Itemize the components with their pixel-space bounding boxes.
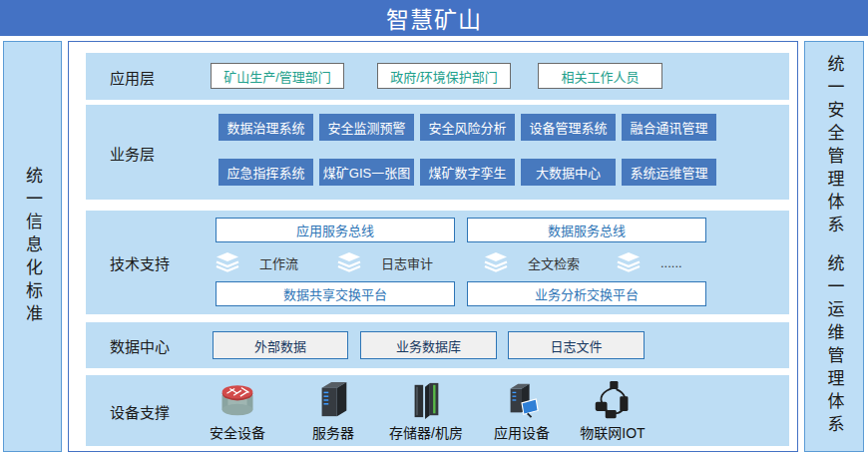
external-data-box: 外部数据 <box>213 331 348 359</box>
firewall-icon <box>215 379 260 421</box>
layers-icon <box>484 252 508 272</box>
middleware-label: 工作流 <box>259 253 298 272</box>
biz-gis-map: 煤矿GIS一张图 <box>319 159 414 186</box>
business-layer-band: 业务层 数据治理系统 安全监测预警 安全风险分析 设备管理系统 融合通讯管理 应… <box>86 105 789 200</box>
middleware-workflow: 工作流 <box>216 250 298 274</box>
log-files-box: 日志文件 <box>508 331 645 359</box>
device-label: 安全设备 <box>210 422 265 442</box>
middleware-log-audit: 日志审计 <box>337 250 433 274</box>
biz-data-governance: 数据治理系统 <box>218 114 313 141</box>
application-layer-band: 应用层 矿山生产/管理部门 政府/环境保护部门 相关工作人员 <box>86 53 789 100</box>
data-service-bus: 数据服务总线 <box>467 218 706 242</box>
app-service-bus: 应用服务总线 <box>216 218 455 242</box>
device-iot: 物联网IOT <box>563 379 662 442</box>
biz-digital-twin: 煤矿数字孪生 <box>420 159 515 186</box>
middleware-label: 日志审计 <box>381 253 433 272</box>
server-icon <box>314 379 352 421</box>
storage-rack-icon <box>407 379 445 421</box>
unified-systems-bar: 统一安全管理体系 统一运维管理体系 <box>804 41 864 452</box>
data-sharing-platform: 数据共享交换平台 <box>216 281 455 306</box>
biz-emergency-command: 应急指挥系统 <box>218 159 313 186</box>
layers-icon <box>216 252 239 272</box>
smart-mine-architecture-diagram: 智慧矿山 统一信息化标准 统一安全管理体系 统一运维管理体系 应用层 矿山生产/… <box>0 0 868 456</box>
page-title: 智慧矿山 <box>0 0 868 36</box>
unified-info-standard-bar: 统一信息化标准 <box>3 41 62 452</box>
device-security: 安全设备 <box>188 379 287 442</box>
unified-ops-system-label: 统一运维管理体系 <box>826 254 843 438</box>
device-label: 存储器/机房 <box>389 422 463 442</box>
middleware-label: ...... <box>660 255 682 270</box>
app-box-government: 政府/环境保护部门 <box>377 63 511 89</box>
layers-icon <box>337 252 361 272</box>
business-analysis-platform: 业务分析交换平台 <box>467 281 706 306</box>
app-box-mine-production: 矿山生产/管理部门 <box>211 63 344 89</box>
biz-comm-mgmt: 融合通讯管理 <box>622 114 716 141</box>
unified-security-system-label: 统一安全管理体系 <box>826 55 843 238</box>
unified-info-standard-label: 统一信息化标准 <box>24 167 41 327</box>
application-device-icon <box>503 379 541 421</box>
biz-safety-monitoring: 安全监测预警 <box>319 114 414 141</box>
business-database-box: 业务数据库 <box>360 331 497 359</box>
main-panel: 应用层 矿山生产/管理部门 政府/环境保护部门 相关工作人员 业务层 数据治理系… <box>68 41 798 452</box>
middleware-label: 全文检索 <box>528 253 580 272</box>
layers-icon <box>617 252 641 272</box>
middleware-fulltext-search: 全文检索 <box>484 250 580 274</box>
device-label: 服务器 <box>312 422 354 442</box>
data-center-band: 数据中心 外部数据 业务数据库 日志文件 <box>86 322 789 368</box>
business-layer-label: 业务层 <box>110 142 155 163</box>
biz-system-ops: 系统运维管理 <box>622 159 716 186</box>
application-layer-label: 应用层 <box>110 66 155 87</box>
device-support-label: 设备支撑 <box>110 400 170 421</box>
device-label: 物联网IOT <box>580 422 645 442</box>
device-storage: 存储器/机房 <box>376 379 476 442</box>
device-server: 服务器 <box>283 379 383 442</box>
biz-big-data-center: 大数据中心 <box>521 159 616 186</box>
device-application: 应用设备 <box>472 379 572 442</box>
device-support-band: 设备支撑 <box>86 375 789 446</box>
biz-equipment-mgmt: 设备管理系统 <box>521 114 616 141</box>
app-box-related-staff: 相关工作人员 <box>538 63 662 89</box>
device-label: 应用设备 <box>494 422 550 442</box>
tech-support-label: 技术支持 <box>110 252 170 273</box>
middleware-more: ...... <box>617 250 682 274</box>
iot-network-icon <box>593 379 633 421</box>
tech-support-band: 技术支持 应用服务总线 数据服务总线 工作流 日志审计 全文检索 <box>86 211 789 314</box>
data-center-label: 数据中心 <box>110 335 170 356</box>
biz-risk-analysis: 安全风险分析 <box>420 114 515 141</box>
